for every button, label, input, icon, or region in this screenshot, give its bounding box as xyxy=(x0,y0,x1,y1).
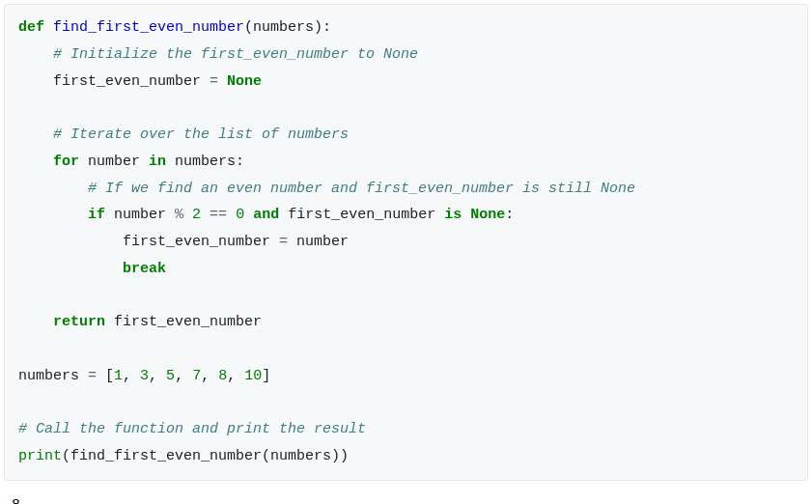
builtin-none: None xyxy=(227,73,262,90)
keyword-def: def xyxy=(18,19,44,36)
function-name: find_first_even_number xyxy=(53,19,244,36)
code-line-9: first_even_number = number xyxy=(18,229,794,256)
code-line-17: print(find_first_even_number(numbers)) xyxy=(18,443,794,470)
keyword-for: for xyxy=(53,154,79,170)
output-block: 8 xyxy=(0,485,812,504)
keyword-in: in xyxy=(149,154,166,170)
number-literal: 7 xyxy=(192,368,201,384)
comment: # Call the function and print the result xyxy=(18,421,366,437)
number-literal: 0 xyxy=(236,207,244,223)
code-block: def find_first_even_number(numbers): # I… xyxy=(4,4,808,481)
code-line-1: def find_first_even_number(numbers): xyxy=(18,14,794,42)
code-line-6: for number in numbers: xyxy=(18,149,794,176)
code-line-11 xyxy=(18,283,794,310)
code-line-13 xyxy=(18,336,794,363)
keyword-is: is xyxy=(444,207,462,223)
code-line-5: # Iterate over the list of numbers xyxy=(18,122,794,149)
code-line-8: if number % 2 == 0 and first_even_number… xyxy=(18,202,794,229)
code-line-16: # Call the function and print the result xyxy=(18,416,794,443)
number-literal: 5 xyxy=(166,368,175,384)
keyword-and: and xyxy=(253,207,279,223)
builtin-none: None xyxy=(470,207,505,223)
code-line-10: break xyxy=(18,256,794,283)
code-line-4 xyxy=(18,95,794,122)
code-line-12: return first_even_number xyxy=(18,309,794,336)
code-line-14: numbers = [1, 3, 5, 7, 8, 10] xyxy=(18,363,794,390)
code-line-15 xyxy=(18,390,794,417)
comment: # If we find an even number and first_ev… xyxy=(88,181,635,197)
keyword-break: break xyxy=(123,261,166,277)
keyword-if: if xyxy=(88,207,105,223)
output-text: 8 xyxy=(12,497,20,504)
code-line-3: first_even_number = None xyxy=(18,69,794,96)
code-line-7: # If we find an even number and first_ev… xyxy=(18,176,794,203)
number-literal: 8 xyxy=(218,368,227,384)
comment: # Initialize the first_even_number to No… xyxy=(53,46,418,63)
comment: # Iterate over the list of numbers xyxy=(53,126,349,143)
number-literal: 1 xyxy=(114,368,123,384)
number-literal: 3 xyxy=(140,368,149,384)
code-line-2: # Initialize the first_even_number to No… xyxy=(18,42,794,69)
keyword-return: return xyxy=(53,314,105,330)
number-literal: 10 xyxy=(244,368,262,384)
builtin-print: print xyxy=(18,448,62,464)
number-literal: 2 xyxy=(192,207,201,223)
